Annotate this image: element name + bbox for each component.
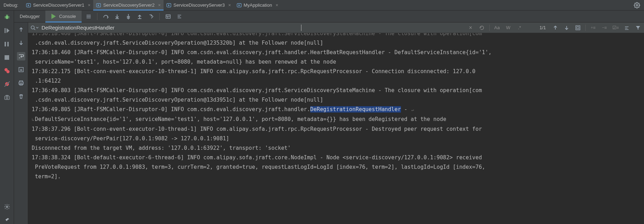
soft-wrap-icon[interactable]	[17, 52, 25, 60]
export-icon[interactable]	[623, 24, 631, 32]
svg-marker-3	[98, 4, 100, 6]
svg-marker-5	[168, 4, 170, 6]
svg-rect-19	[7, 42, 9, 46]
force-step-into-icon[interactable]	[124, 12, 133, 21]
console-line: 17:38:38.324 [Bolt-default-executor-6-th…	[32, 153, 640, 162]
close-tab-icon[interactable]: ×	[228, 2, 231, 8]
close-tab-icon[interactable]: ×	[88, 2, 91, 8]
scroll-to-end-icon[interactable]	[17, 65, 25, 74]
mute-breakpoints-icon[interactable]	[3, 80, 11, 88]
threads-icon[interactable]	[84, 12, 93, 21]
run-tab-ServiceDiscoveryServer2[interactable]: ServiceDiscoveryServer2×	[93, 0, 164, 10]
evaluate-expression-icon[interactable]	[164, 12, 172, 21]
svg-rect-9	[6, 15, 8, 19]
select-all-occurrences-icon[interactable]: ☑II	[612, 24, 619, 32]
close-tab-icon[interactable]: ×	[158, 2, 161, 8]
svg-point-53	[31, 26, 34, 29]
resume-icon[interactable]	[3, 27, 11, 34]
console-line: 17:36:49.805 [JRaft-FSMCaller-Disruptor-…	[32, 105, 640, 115]
console-line: .1:64122	[32, 76, 640, 86]
svg-point-8	[636, 4, 638, 6]
print-icon[interactable]	[17, 79, 25, 87]
search-history-icon[interactable]	[478, 24, 486, 32]
console-line: 17:36:49.803 [JRaft-FSMCaller-Disruptor-…	[32, 86, 640, 95]
svg-rect-28	[6, 95, 8, 96]
run-config-icon	[26, 3, 31, 8]
run-config-icon	[96, 3, 101, 8]
settings-gear-icon[interactable]	[633, 2, 641, 8]
camera-icon[interactable]	[3, 94, 11, 101]
console-line: 17:36:18.460 [JRaft-FSMCaller-Disruptor-…	[32, 33, 640, 38]
step-into-icon[interactable]	[113, 12, 121, 21]
svg-rect-18	[5, 42, 6, 46]
console-line: .csdn.eval.discovery.jraft.ServiceDiscov…	[32, 95, 640, 105]
svg-rect-20	[5, 55, 9, 60]
match-count: 1/1	[527, 25, 548, 30]
svg-marker-17	[6, 28, 9, 33]
console-search-bar: × Aa W .* 1/1 +II −II	[28, 23, 644, 33]
bug-icon[interactable]	[3, 13, 11, 21]
prev-match-icon[interactable]	[551, 24, 559, 32]
stop-icon[interactable]	[3, 53, 11, 61]
debug-panel-tabs: Debugger Console	[14, 11, 644, 23]
run-configurations-tabstrip: Debug: ServiceDiscoveryServer1×ServiceDi…	[0, 0, 644, 11]
select-all-icon[interactable]	[574, 24, 582, 32]
run-tab-MyApplication[interactable]: MyApplication×	[234, 0, 281, 10]
console-line: Disconnected from the target VM, address…	[32, 143, 640, 153]
console-line: .csdn.eval.discovery.jraft.ServiceDiscov…	[32, 38, 640, 48]
svg-point-27	[6, 97, 8, 99]
run-tab-ServiceDiscoveryServer3[interactable]: ServiceDiscoveryServer3×	[164, 0, 234, 10]
filter-icon[interactable]	[634, 24, 642, 32]
svg-rect-51	[19, 82, 23, 84]
view-breakpoints-icon[interactable]	[3, 67, 11, 75]
console-line: 17:36:18.460 [JRaft-FSMCaller-Disruptor-…	[32, 48, 640, 57]
up-arrow-icon[interactable]	[17, 25, 25, 34]
svg-line-54	[34, 28, 36, 30]
console-line: 17:36:22.175 [Bolt-conn-event-executor-1…	[32, 67, 640, 76]
match-case-toggle[interactable]: Aa	[493, 24, 501, 32]
console-line: 17:38:37.296 [Bolt-conn-event-executor-1…	[32, 124, 640, 134]
svg-rect-16	[5, 28, 6, 33]
run-config-icon	[166, 3, 171, 8]
pin-icon[interactable]	[3, 216, 11, 224]
console-tab-label: Console	[59, 14, 76, 19]
search-input[interactable]	[42, 25, 298, 31]
step-over-icon[interactable]	[102, 12, 110, 21]
words-toggle[interactable]: W	[504, 24, 512, 32]
settings-cog-icon[interactable]	[3, 203, 11, 211]
svg-rect-26	[5, 96, 9, 100]
svg-marker-7	[238, 4, 240, 6]
chevron-down-icon[interactable]	[36, 26, 39, 29]
console-output[interactable]: 17:36:18.460 [JRaft-FSMCaller-Disruptor-…	[28, 33, 644, 224]
svg-marker-30	[51, 14, 56, 19]
debug-actions-gutter	[0, 11, 14, 224]
trace-current-icon[interactable]	[175, 12, 184, 21]
console-line: serviceName='test1', host='127.0.0.1', p…	[32, 57, 640, 67]
debugger-tab-label: Debugger	[20, 14, 40, 19]
svg-rect-39	[166, 15, 170, 18]
add-selection-icon[interactable]: +II	[589, 24, 597, 32]
close-tab-icon[interactable]: ×	[275, 2, 278, 8]
remove-selection-icon[interactable]: −II	[600, 24, 608, 32]
debug-label: Debug:	[2, 2, 23, 8]
pause-icon[interactable]	[3, 40, 11, 48]
drop-frame-icon[interactable]	[147, 12, 155, 21]
next-match-icon[interactable]	[563, 24, 570, 32]
console-line: PreVoteRequest from 127.0.0.1:9083, term…	[32, 162, 640, 172]
run-config-icon	[237, 3, 242, 8]
console-line: term=2].	[32, 172, 640, 181]
console-toolbar-gutter	[14, 23, 28, 224]
svg-point-29	[6, 206, 8, 208]
run-tab-ServiceDiscoveryServer1[interactable]: ServiceDiscoveryServer1×	[23, 0, 94, 10]
regex-toggle[interactable]: .*	[516, 24, 523, 32]
console-tab[interactable]: Console	[45, 11, 82, 22]
svg-marker-1	[28, 4, 30, 6]
down-arrow-icon[interactable]	[17, 39, 25, 47]
clear-search-icon[interactable]: ×	[467, 24, 474, 32]
console-line: DefaultServiceInstance{id='1', serviceNa…	[32, 115, 640, 124]
debugger-tab[interactable]: Debugger	[14, 11, 45, 22]
clear-all-icon[interactable]	[17, 92, 25, 101]
svg-marker-62	[636, 26, 640, 30]
svg-rect-58	[577, 27, 579, 29]
step-out-icon[interactable]	[135, 12, 144, 21]
